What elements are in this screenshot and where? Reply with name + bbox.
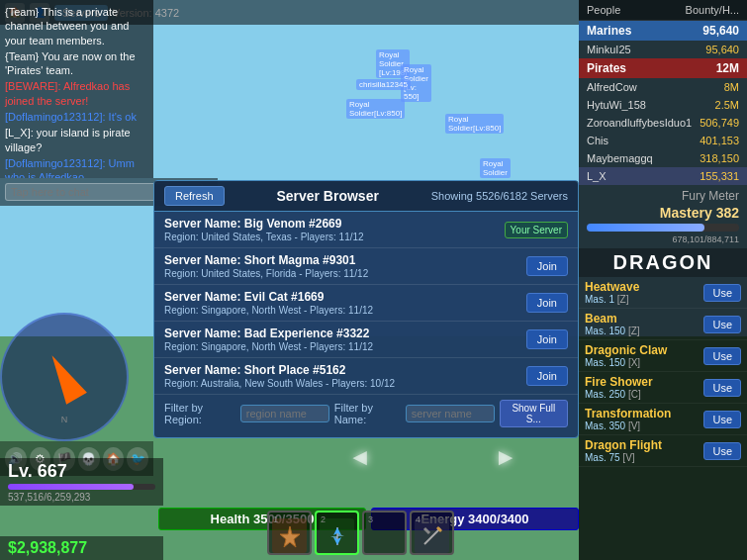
- player-bounty: 318,150: [700, 152, 739, 164]
- use-flight-button[interactable]: Use: [703, 442, 741, 460]
- server-info-1: Server Name: Big Venom #2669 Region: Uni…: [164, 217, 505, 242]
- exp-text: 537,516/6,259,293: [8, 492, 155, 503]
- skill-name: Fire Shower: [585, 375, 653, 389]
- lb-people-col: People: [587, 4, 620, 16]
- skill-flight-info: Dragon Flight Mas. 75 [V]: [585, 438, 662, 463]
- exp-bar-fill: [8, 484, 134, 490]
- inv-slot-3[interactable]: 3: [362, 511, 407, 555]
- pirates-bounty: 12M: [716, 61, 739, 75]
- skill-beam: Beam Mas. 150 [Z] Use: [579, 309, 747, 340]
- soldier-label: Royal Soldier: [480, 158, 511, 178]
- fury-label: Fury Meter: [587, 189, 739, 203]
- server-info-2: Server Name: Short Magma #9301 Region: U…: [164, 253, 518, 279]
- svg-marker-0: [280, 526, 300, 547]
- lb-player-zoroand: ZoroandluffybesIduo1 506,749: [579, 114, 747, 132]
- skill-name: Heatwave: [585, 280, 639, 294]
- map-arrows: ◄ ►: [287, 443, 579, 471]
- inv-slot-4[interactable]: 4: [410, 511, 454, 555]
- level-label: Lv. 667: [8, 461, 67, 481]
- skill-heatwave: Heatwave Mas. 1 [Z] Use: [579, 277, 747, 309]
- server-entry-2: Server Name: Short Magma #9301 Region: U…: [154, 248, 578, 285]
- exp-bar-bg: [8, 484, 155, 490]
- inv-slot-2[interactable]: 2: [315, 511, 359, 555]
- use-beam-button[interactable]: Use: [703, 316, 741, 333]
- skill-shower-info: Fire Shower Mas. 250 [C]: [585, 375, 653, 400]
- player-stats: Lv. 667 537,516/6,259,293: [0, 458, 163, 506]
- player-bounty: 155,331: [700, 170, 739, 182]
- lb-player-hytuwi: HytuWi_158 2.5M: [579, 96, 747, 114]
- money-display: $2,938,877: [0, 536, 163, 560]
- lb-player-lx: L_X 155,331: [579, 167, 747, 185]
- slot-num: 3: [368, 514, 373, 524]
- filter-name-label: Filter by Name:: [334, 402, 401, 425]
- player-name: Maybemaggq: [587, 152, 653, 164]
- server-region-1: Region: United States, Texas - Players: …: [164, 232, 505, 242]
- skill-dragonic-claw: Dragonic Claw Mas. 150 [X] Use: [579, 340, 747, 372]
- filter-region-input[interactable]: [240, 405, 329, 422]
- pirates-row: Pirates 12M: [579, 58, 747, 78]
- chat-line: [BEWARE]: Alfredkao has joined the serve…: [5, 79, 148, 108]
- your-server-badge: Your Server: [505, 222, 568, 238]
- join-button-2[interactable]: Join: [526, 256, 568, 276]
- skill-fire-shower: Fire Shower Mas. 250 [C] Use: [579, 372, 747, 404]
- server-name-2: Server Name: Short Magma #9301: [164, 253, 518, 267]
- use-claw-button[interactable]: Use: [703, 347, 741, 365]
- server-info-4: Server Name: Bad Experience #3322 Region…: [164, 327, 518, 352]
- skill-name: Dragon Flight: [585, 438, 662, 452]
- server-region-2: Region: United States, Florida - Players…: [164, 268, 518, 279]
- skill-transformation: Transformation Mas. 350 [V] Use: [579, 404, 747, 435]
- player-name: HytuWi_158: [587, 99, 646, 111]
- server-entry-1: Server Name: Big Venom #2669 Region: Uni…: [154, 212, 578, 248]
- skill-mastery: Mas. 75 [V]: [585, 452, 662, 463]
- soldier-label: Royal Soldier[Lv:850]: [445, 114, 504, 134]
- server-browser-header: Refresh Server Browser Showing 5526/6182…: [154, 181, 578, 212]
- filter-bar: Filter by Region: Filter by Name: Show F…: [154, 395, 578, 432]
- chat-line: [Doflamingo123112]: Umm who is Alfredkao: [5, 156, 148, 178]
- marines-bounty: 95,640: [702, 24, 739, 38]
- dragon-label: DRAGON: [579, 248, 747, 277]
- join-button-4[interactable]: Join: [526, 329, 568, 349]
- lb-player-chis: Chis 401,153: [579, 132, 747, 149]
- join-button-3[interactable]: Join: [526, 293, 568, 313]
- right-arrow-icon: ►: [494, 443, 517, 471]
- join-button-5[interactable]: Join: [526, 366, 568, 386]
- show-full-button[interactable]: Show Full S...: [500, 400, 568, 427]
- skill-mastery: Mas. 250 [C]: [585, 389, 653, 400]
- player-name: L_X: [587, 170, 607, 182]
- chat-line: {Team} You are now on the 'Pirates' team…: [5, 49, 148, 78]
- fury-values: 678,101/884,711: [587, 234, 739, 244]
- server-entry-3: Server Name: Evil Cat #1669 Region: Sing…: [154, 285, 578, 322]
- refresh-button[interactable]: Refresh: [164, 186, 225, 206]
- chat-line: [L_X]: your island is pirate village?: [5, 126, 148, 154]
- mastery-label: Mastery 382: [587, 205, 739, 221]
- use-transform-button[interactable]: Use: [703, 411, 741, 428]
- filter-name-input[interactable]: [406, 405, 495, 422]
- use-shower-button[interactable]: Use: [703, 379, 741, 397]
- soldier-label: Royal Soldier[Lv:850]: [346, 99, 405, 119]
- server-entry-5: Server Name: Short Place #5162 Region: A…: [154, 358, 578, 395]
- lb-header: People Bounty/H...: [579, 0, 747, 21]
- skill-transform-info: Transformation Mas. 350 [V]: [585, 407, 671, 431]
- skill-name: Dragonic Claw: [585, 343, 667, 357]
- lb-player-maybemaggq: Maybemaggq 318,150: [579, 149, 747, 167]
- use-heatwave-button[interactable]: Use: [703, 284, 741, 302]
- lb-bounty-col: Bounty/H...: [686, 4, 739, 16]
- server-region-3: Region: Singapore, North West - Players:…: [164, 305, 518, 316]
- left-arrow-icon: ◄: [348, 443, 372, 471]
- right-panel: People Bounty/H... Marines 95,640 MinkuI…: [579, 0, 747, 560]
- filter-region-label: Filter by Region:: [164, 402, 235, 425]
- inv-slot-1[interactable]: 1: [267, 511, 312, 555]
- server-info-3: Server Name: Evil Cat #1669 Region: Sing…: [164, 290, 518, 316]
- lb-player-minkui: MinkuI25 95,640: [579, 41, 747, 58]
- player-name: ZoroandluffybesIduo1: [587, 117, 692, 129]
- player-label: chrisilla12345: [356, 79, 411, 90]
- svg-line-6: [424, 528, 429, 533]
- server-name-1: Server Name: Big Venom #2669: [164, 217, 505, 231]
- skill-dragon-flight: Dragon Flight Mas. 75 [V] Use: [579, 435, 747, 467]
- skill-name: Beam: [585, 312, 640, 326]
- lb-player-alfredcow: AlfredCow 8M: [579, 78, 747, 96]
- player-bounty: 8M: [724, 81, 739, 93]
- player-name: Chis: [587, 135, 608, 146]
- skill-mastery: Mas. 150 [Z]: [585, 326, 640, 336]
- marines-row: Marines 95,640: [579, 21, 747, 41]
